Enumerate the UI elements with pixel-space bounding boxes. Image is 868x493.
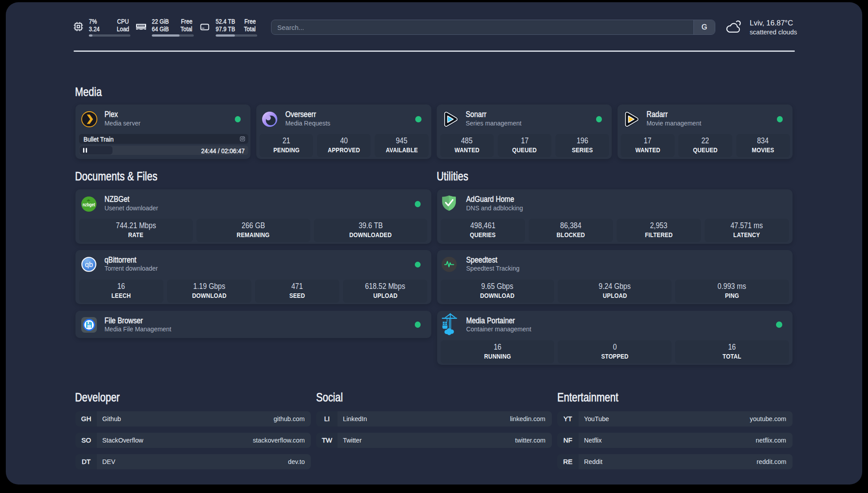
- svg-text:qb: qb: [85, 261, 93, 268]
- svg-text:nzbget: nzbget: [83, 201, 95, 207]
